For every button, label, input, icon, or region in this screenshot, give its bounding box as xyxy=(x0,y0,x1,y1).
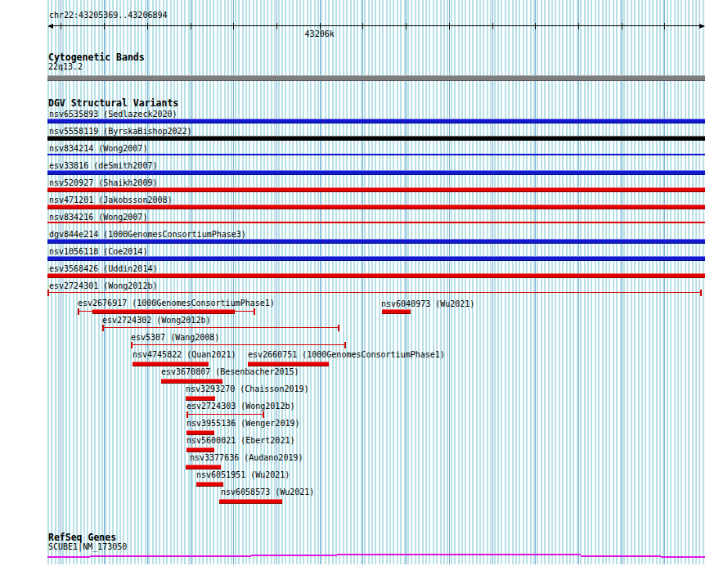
variant-bar[interactable] xyxy=(219,499,282,504)
gene-line-segment xyxy=(47,556,90,558)
cytogenetic-band-bar[interactable] xyxy=(47,75,705,81)
ruler-tick xyxy=(578,23,579,29)
variant-label: esv2676917 (1000GenomesConsortiumPhase1) xyxy=(78,299,275,308)
ruler-tick xyxy=(535,23,536,29)
variant-bar[interactable] xyxy=(47,136,705,141)
variant-label: nsv6535893 (Sedlazeck2020) xyxy=(49,110,178,119)
cytogenetic-track-header: Cytogenetic Bands xyxy=(48,52,145,62)
variant-range-line[interactable] xyxy=(102,327,339,328)
refseq-track-header: RefSeq Genes xyxy=(48,532,116,542)
variant-bar[interactable] xyxy=(92,309,235,314)
variant-label: esv2724302 (Wong2012b) xyxy=(102,316,210,325)
gene-line-segment xyxy=(90,555,251,557)
ruler-tick xyxy=(61,23,61,29)
ruler-tick xyxy=(362,23,363,29)
ruler-tick xyxy=(449,23,450,29)
variant-bar[interactable] xyxy=(47,239,705,244)
variant-label: esv2724303 (Wong2012b) xyxy=(186,402,294,411)
grid-line xyxy=(406,0,407,564)
variant-bar[interactable] xyxy=(47,273,705,278)
variant-label: nsv6051951 (Wu2021) xyxy=(196,470,290,479)
gene-line-segment xyxy=(337,554,581,555)
cytogenetic-band-label: 22q13.2 xyxy=(48,62,83,71)
ruler-tick xyxy=(191,23,191,29)
variant-label: nsv3955136 (Wenger2019) xyxy=(186,419,299,428)
ruler-tick xyxy=(320,23,321,29)
variant-bar[interactable] xyxy=(382,309,411,314)
variant-label: nsv520927 (Shaikh2009) xyxy=(49,178,157,187)
variant-label: esv5307 (Wang2008) xyxy=(131,333,219,342)
variant-label: esv33816 (deSmith2007) xyxy=(49,161,157,170)
ruler-tick xyxy=(622,23,622,29)
variant-label: esv3670807 (Besenbacher2015) xyxy=(161,367,299,376)
grid-line xyxy=(276,0,277,564)
variant-bar[interactable] xyxy=(161,379,222,384)
variant-bar[interactable] xyxy=(186,430,214,435)
variant-label: nsv1056118 (Coe2014) xyxy=(49,247,147,256)
variant-bar[interactable] xyxy=(47,187,705,192)
variant-range-line[interactable] xyxy=(131,344,346,345)
ruler-tick-label: 43206k xyxy=(305,29,335,38)
gene-line-segment xyxy=(251,555,337,556)
variant-thin-bar[interactable] xyxy=(47,154,705,155)
variant-range-end-tick xyxy=(131,342,133,348)
ruler-tick xyxy=(147,23,148,29)
variant-bar[interactable] xyxy=(47,204,705,209)
variant-range-end-tick xyxy=(263,411,264,418)
grid-line xyxy=(664,0,665,564)
variant-bar[interactable] xyxy=(186,396,215,401)
ruler-tick xyxy=(276,23,277,29)
variant-bar[interactable] xyxy=(133,362,209,366)
variant-label: nsv3293270 (Chaisson2019) xyxy=(186,384,309,393)
refseq-gene-label: SCUBE1|NM_173050 xyxy=(48,542,127,551)
ruler-tick xyxy=(233,23,234,29)
grid-line xyxy=(622,0,622,564)
variant-range-end-tick xyxy=(254,308,255,315)
variant-label: esv3568426 (Uddin2014) xyxy=(49,264,157,273)
grid-line xyxy=(578,0,579,564)
gene-line-segment xyxy=(661,556,705,558)
variant-bar[interactable] xyxy=(47,256,705,261)
ruler-line xyxy=(51,25,702,26)
variant-bar[interactable] xyxy=(47,170,705,175)
variant-label: nsv6040973 (Wu2021) xyxy=(381,299,474,308)
variant-range-end-tick xyxy=(47,290,49,296)
genome-browser-screenshot: chr22:43205369..43206894 43206k Cytogene… xyxy=(0,0,728,566)
ruler-tick xyxy=(664,23,665,29)
variant-label: esv2660751 (1000GenomesConsortiumPhase1) xyxy=(248,350,445,359)
ruler-tick xyxy=(492,23,493,29)
variant-label: nsv834216 (Wong2007) xyxy=(49,213,147,222)
variant-bar[interactable] xyxy=(196,482,223,487)
browser-canvas[interactable]: chr22:43205369..43206894 43206k Cytogene… xyxy=(47,0,705,564)
variant-range-line[interactable] xyxy=(47,292,702,293)
variant-label: nsv6058573 (Wu2021) xyxy=(221,487,314,496)
ruler-right-arrow-icon xyxy=(699,24,705,29)
variant-label: nsv4745822 (Quan2021) xyxy=(133,350,236,359)
variant-bar[interactable] xyxy=(186,447,214,452)
variant-label: nsv5558119 (ByrskaBishop2022) xyxy=(49,127,192,136)
variant-label: nsv834214 (Wong2007) xyxy=(49,144,147,153)
variant-label: dgv844e214 (1000GenomesConsortiumPhase3) xyxy=(49,230,246,239)
variant-range-end-tick xyxy=(700,290,702,296)
variant-bar[interactable] xyxy=(186,465,221,469)
variant-label: nsv5600021 (Ebert2021) xyxy=(186,436,294,445)
variant-thin-bar[interactable] xyxy=(47,222,705,223)
gene-line-segment xyxy=(581,555,661,557)
variant-label: nsv3377636 (Audano2019) xyxy=(190,453,303,462)
region-label: chr22:43205369..43206894 xyxy=(49,11,168,20)
grid-line xyxy=(492,0,493,564)
variant-bar[interactable] xyxy=(47,119,705,124)
variant-range-line[interactable] xyxy=(186,414,264,415)
ruler-left-arrow-icon xyxy=(47,24,53,29)
variant-range-end-tick xyxy=(78,308,79,315)
grid-line xyxy=(191,0,191,564)
variant-range-end-tick xyxy=(338,325,339,331)
grid-line xyxy=(362,0,363,564)
variant-range-end-tick xyxy=(344,342,346,348)
variant-label: esv2724301 (Wong2012b) xyxy=(49,281,157,290)
dgv-track-header: DGV Structural Variants xyxy=(48,98,178,108)
variant-range-end-tick xyxy=(186,411,188,418)
variant-bar[interactable] xyxy=(248,362,329,366)
grid-line xyxy=(449,0,450,564)
grid-line xyxy=(233,0,234,564)
